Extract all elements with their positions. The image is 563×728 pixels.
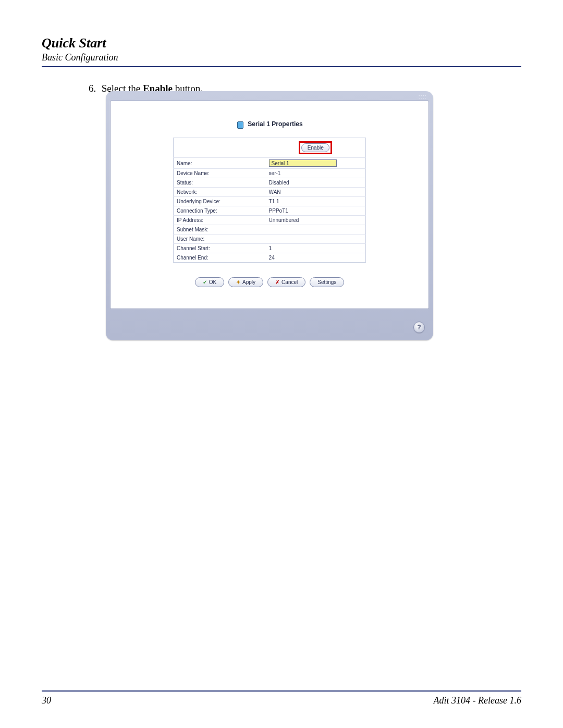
help-button[interactable]: ? (413, 322, 425, 333)
header-divider (42, 66, 521, 67)
cancel-label: Cancel (282, 279, 298, 285)
settings-label: Settings (317, 279, 336, 285)
row-label-chstart: Channel Start: (174, 244, 266, 253)
ok-label: OK (209, 279, 216, 285)
row-label-subnet: Subnet Mask: (174, 225, 266, 235)
row-label-username: User Name: (174, 235, 266, 244)
page-number: 30 (42, 695, 51, 706)
row-value-underlying[interactable]: T1 1 (266, 197, 366, 206)
doc-chapter-title: Quick Start (42, 35, 521, 51)
enable-button[interactable]: Enable (301, 143, 329, 152)
footer-divider (42, 690, 521, 692)
row-label-device: Device Name: (174, 169, 266, 178)
wand-icon: ✦ (236, 279, 240, 285)
row-label-ip: IP Address: (174, 216, 266, 225)
settings-button[interactable]: Settings (310, 277, 344, 287)
row-value-conntype: PPPoT1 (266, 206, 366, 216)
check-icon: ✓ (203, 279, 207, 285)
window-content: Serial 1 Properties Enable Name: Serial … (110, 101, 429, 309)
product-release: Adit 3104 - Release 1.6 (434, 695, 521, 706)
name-input[interactable]: Serial 1 (269, 159, 337, 167)
panel-title: Serial 1 Properties (248, 120, 302, 128)
apply-button[interactable]: ✦ Apply (228, 277, 263, 287)
row-value-ip: Unnumbered (266, 216, 366, 225)
row-label-chend: Channel End: (174, 253, 266, 263)
row-value-device: ser-1 (266, 169, 366, 178)
x-icon: ✗ (275, 279, 279, 285)
row-value-subnet (266, 225, 366, 235)
row-label-network: Network: (174, 188, 266, 197)
cancel-button[interactable]: ✗ Cancel (267, 277, 305, 287)
row-value-chstart: 1 (266, 244, 366, 253)
properties-table: Enable Name: Serial 1 Device Name: ser-1… (173, 138, 366, 263)
ok-button[interactable]: ✓ OK (195, 277, 224, 287)
window-grip-dots: :::: (419, 93, 427, 100)
serial-port-icon (236, 120, 243, 128)
row-label-status: Status: (174, 178, 266, 188)
row-label-underlying: Underlying Device: (174, 197, 266, 206)
row-label-conntype: Connection Type: (174, 206, 266, 216)
enable-highlight: Enable (299, 141, 332, 154)
row-value-username (266, 235, 366, 244)
row-value-network: WAN (266, 188, 366, 197)
doc-section-title: Basic Configuration (42, 52, 521, 63)
row-value-chend: 24 (266, 253, 366, 263)
row-value-status: Disabled (266, 178, 366, 188)
action-button-row: ✓ OK ✦ Apply ✗ Cancel Settings (111, 277, 429, 287)
step-number: 6. (89, 83, 99, 94)
apply-label: Apply (242, 279, 255, 285)
embedded-screenshot: :::: Network Connections -> Connection P… (106, 91, 433, 340)
row-label-name: Name: (174, 158, 266, 169)
